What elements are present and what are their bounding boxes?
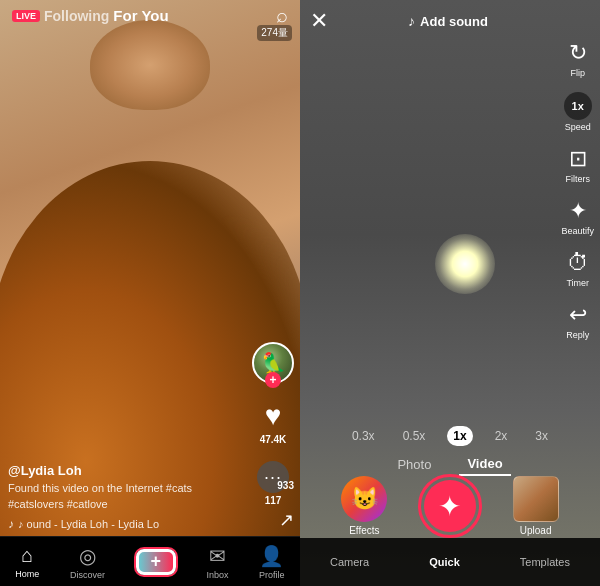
camera-top-bar: ✕ ♪ Add sound	[300, 0, 600, 42]
inbox-icon: ✉	[209, 544, 226, 568]
music-note-icon: ♪	[8, 517, 14, 531]
camera-mode-templates[interactable]: Templates	[520, 556, 570, 568]
foryou-tab[interactable]: For You	[113, 7, 168, 24]
zoom-05x[interactable]: 0.5x	[397, 426, 432, 446]
flip-icon: ↻	[569, 40, 587, 66]
following-tab[interactable]: Following	[44, 8, 109, 24]
reply-icon: ↩	[569, 302, 587, 328]
tool-timer[interactable]: ⏱ Timer	[566, 250, 589, 288]
music-row: ♪ ♪ ound - Lydia Loh - Lydia Lo	[8, 517, 245, 531]
sparkle-icon: ✦	[438, 490, 461, 523]
discover-icon: ◎	[79, 544, 96, 568]
upload-thumbnail	[513, 476, 559, 522]
tool-speed[interactable]: 1x Speed	[564, 92, 592, 132]
capture-inner: ✦	[424, 480, 476, 532]
camera-mode-quick[interactable]: Quick	[429, 556, 460, 568]
add-sound-label: Add sound	[420, 14, 488, 29]
caption: Found this video on the Internet #cats #…	[8, 481, 245, 512]
discover-label: Discover	[70, 570, 105, 580]
upload-button[interactable]: Upload	[513, 476, 559, 536]
effects-emoji: 😺	[351, 486, 378, 512]
tool-filters[interactable]: ⊡ Filters	[565, 146, 590, 184]
search-icon[interactable]: ⌕	[276, 4, 288, 27]
timer-icon: ⏱	[567, 250, 589, 276]
nav-home[interactable]: ⌂ Home	[15, 544, 39, 579]
follow-plus-badge[interactable]: +	[265, 372, 281, 388]
share-count: 933	[277, 480, 294, 491]
beautify-label: Beautify	[561, 226, 594, 236]
add-sound-button[interactable]: ♪ Add sound	[408, 13, 488, 29]
camera-bottom-nav: Camera Quick Templates	[300, 538, 600, 586]
speed-badge: 1x	[564, 92, 592, 120]
live-badge: LIVE	[12, 10, 40, 22]
camera-tools: ↻ Flip 1x Speed ⊡ Filters ✦ Beautify ⏱ T…	[561, 40, 594, 340]
zoom-bar: 0.3x 0.5x 1x 2x 3x	[300, 426, 600, 446]
nav-inbox[interactable]: ✉ Inbox	[206, 544, 228, 580]
effects-button[interactable]: 😺 Effects	[341, 476, 387, 536]
share-button[interactable]: ↗	[279, 509, 294, 531]
light-orb	[435, 234, 495, 294]
upload-label: Upload	[520, 525, 552, 536]
nav-discover[interactable]: ◎ Discover	[70, 544, 105, 580]
zoom-1x[interactable]: 1x	[447, 426, 472, 446]
tool-reply[interactable]: ↩ Reply	[566, 302, 589, 340]
video-mode[interactable]: Video	[459, 453, 510, 476]
like-count: 47.4K	[260, 434, 287, 445]
camera-mode-camera[interactable]: Camera	[330, 556, 369, 568]
nav-create[interactable]: +	[136, 549, 176, 575]
effects-icon: 😺	[341, 476, 387, 522]
zoom-2x[interactable]: 2x	[489, 426, 514, 446]
username[interactable]: @Lydia Loh	[8, 463, 245, 478]
top-nav: LIVE Following For You ⌕	[0, 0, 300, 31]
filters-icon: ⊡	[569, 146, 587, 172]
speed-label: Speed	[565, 122, 591, 132]
create-button[interactable]: +	[136, 549, 176, 575]
like-icon: ♥	[265, 400, 282, 432]
right-panel: ✕ ♪ Add sound ↻ Flip 1x Speed ⊡ Filters …	[300, 0, 600, 586]
bottom-nav: ⌂ Home ◎ Discover + ✉ Inbox 👤 Profile	[0, 536, 300, 586]
profile-label: Profile	[259, 570, 285, 580]
flip-label: Flip	[570, 68, 585, 78]
create-icon: +	[150, 551, 161, 572]
video-info: @Lydia Loh Found this video on the Inter…	[8, 463, 245, 531]
close-button[interactable]: ✕	[310, 8, 328, 34]
music-text: ♪ ound - Lydia Loh - Lydia Lo	[18, 518, 159, 530]
zoom-3x[interactable]: 3x	[529, 426, 554, 446]
cat-head-decoration	[90, 20, 210, 110]
tool-flip[interactable]: ↻ Flip	[569, 40, 587, 78]
left-panel: 274量 LIVE Following For You ⌕ 🦜 + ♥ 47.4…	[0, 0, 300, 586]
tool-beautify[interactable]: ✦ Beautify	[561, 198, 594, 236]
home-icon: ⌂	[21, 544, 33, 567]
capture-outer-ring: ✦	[418, 474, 482, 538]
creator-avatar[interactable]: 🦜 +	[252, 342, 294, 384]
home-label: Home	[15, 569, 39, 579]
effects-label: Effects	[349, 525, 379, 536]
photo-mode[interactable]: Photo	[389, 454, 439, 475]
bottom-camera-actions: 😺 Effects ✦ Upload	[300, 476, 600, 536]
reply-label: Reply	[566, 330, 589, 340]
nav-left: LIVE Following For You	[12, 7, 169, 24]
music-note-icon: ♪	[408, 13, 415, 29]
zoom-03x[interactable]: 0.3x	[346, 426, 381, 446]
profile-icon: 👤	[259, 544, 284, 568]
comment-count: 117	[265, 495, 282, 506]
inbox-label: Inbox	[206, 570, 228, 580]
like-action[interactable]: ♥ 47.4K	[260, 400, 287, 445]
nav-profile[interactable]: 👤 Profile	[259, 544, 285, 580]
mode-toggle: Photo Video	[300, 453, 600, 476]
filters-label: Filters	[565, 174, 590, 184]
beautify-icon: ✦	[569, 198, 587, 224]
timer-label: Timer	[566, 278, 589, 288]
